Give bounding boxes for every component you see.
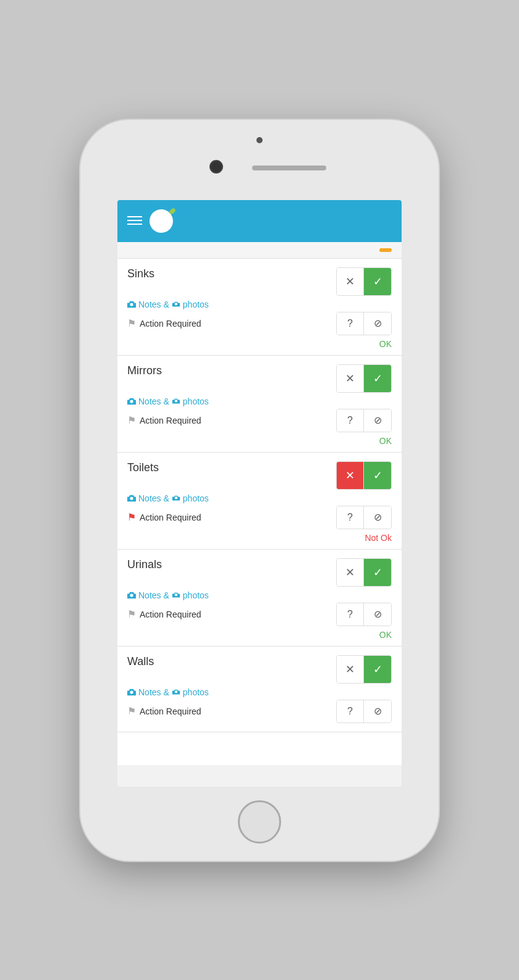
btn-question-mirrors[interactable]: ? [337,409,364,432]
item-header-mirrors: Mirrors ✕ ✓ [127,364,392,393]
status-mirrors: OK [127,435,392,446]
sub-btn-group-urinals: ? ⊘ [336,603,392,626]
action-label-toilets: Action Required [140,513,201,522]
main-btn-group-walls: ✕ ✓ [336,655,392,684]
nav-bar [117,242,402,259]
action-label-mirrors: Action Required [140,416,201,425]
check-item-urinals: Urinals ✕ ✓ Notes & photos ⚑ Action Requ… [117,550,402,647]
checklist: Sinks ✕ ✓ Notes & photos ⚑ Action Requir… [117,259,402,765]
btn-cancel-urinals[interactable]: ⊘ [364,603,391,626]
check-item-walls: Walls ✕ ✓ Notes & photos ⚑ Action Requir… [117,647,402,732]
action-label-walls: Action Required [140,706,201,716]
edit-icon-mirrors [127,397,136,406]
item-name-sinks: Sinks [127,267,154,280]
main-btn-group-urinals: ✕ ✓ [336,558,392,587]
notes-label-sinks: Notes & [138,299,169,309]
flag-icon-mirrors: ⚑ [127,414,136,426]
btn-x-mirrors[interactable]: ✕ [337,365,364,392]
photos-label-sinks: photos [183,299,209,309]
notes-area-urinals[interactable]: Notes & photos [127,590,392,600]
check-item-toilets: Toilets ✕ ✓ Notes & photos ⚑ Action Requ… [117,453,402,550]
notes-area-mirrors[interactable]: Notes & photos [127,396,392,406]
edit-icon-walls [127,688,136,697]
btn-x-toilets[interactable]: ✕ [337,462,364,489]
btn-x-sinks[interactable]: ✕ [337,268,364,295]
item-name-urinals: Urinals [127,558,162,571]
photos-label-walls: photos [183,687,209,697]
notes-label-urinals: Notes & [138,590,169,600]
hamburger-icon [127,216,142,225]
action-left-sinks: ⚑ Action Required [127,317,201,329]
photos-label-urinals: photos [183,590,209,600]
camera-icon-walls [172,688,180,697]
action-left-mirrors: ⚑ Action Required [127,414,201,426]
btn-x-urinals[interactable]: ✕ [337,559,364,586]
camera-icon-mirrors [172,397,180,406]
action-left-toilets: ⚑ Action Required [127,511,201,523]
flag-icon-urinals: ⚑ [127,608,136,620]
btn-x-walls[interactable]: ✕ [337,656,364,683]
btn-check-urinals[interactable]: ✓ [364,559,391,586]
status-sinks: OK [127,338,392,349]
notes-label-toilets: Notes & [138,493,169,503]
btn-question-sinks[interactable]: ? [337,312,364,335]
menu-button[interactable] [127,216,142,226]
action-left-walls: ⚑ Action Required [127,705,201,717]
btn-check-sinks[interactable]: ✓ [364,268,391,295]
status-urinals: OK [127,629,392,640]
notes-area-walls[interactable]: Notes & photos [127,687,392,697]
home-button[interactable] [238,800,281,844]
item-header-walls: Walls ✕ ✓ [127,655,392,684]
action-area-walls: ⚑ Action Required ? ⊘ [127,700,392,723]
main-btn-group-toilets: ✕ ✓ [336,461,392,490]
btn-check-mirrors[interactable]: ✓ [364,365,391,392]
flag-icon-toilets: ⚑ [127,511,136,523]
item-header-urinals: Urinals ✕ ✓ [127,558,392,587]
action-area-sinks: ⚑ Action Required ? ⊘ [127,312,392,335]
screen: Sinks ✕ ✓ Notes & photos ⚑ Action Requir… [117,200,402,787]
btn-cancel-walls[interactable]: ⊘ [364,700,391,722]
photos-label-toilets: photos [183,493,209,503]
btn-check-toilets[interactable]: ✓ [364,462,391,489]
item-name-walls: Walls [127,655,154,668]
btn-question-walls[interactable]: ? [337,700,364,722]
logo-leaf-icon [168,207,177,216]
check-item-mirrors: Mirrors ✕ ✓ Notes & photos ⚑ Action Requ… [117,356,402,453]
main-btn-group-mirrors: ✕ ✓ [336,364,392,393]
btn-cancel-sinks[interactable]: ⊘ [364,312,391,335]
action-area-toilets: ⚑ Action Required ? ⊘ [127,506,392,529]
item-header-toilets: Toilets ✕ ✓ [127,461,392,490]
action-label-urinals: Action Required [140,609,201,619]
item-name-toilets: Toilets [127,461,159,474]
speaker [252,165,326,170]
action-area-urinals: ⚑ Action Required ? ⊘ [127,603,392,626]
sub-btn-group-sinks: ? ⊘ [336,312,392,335]
notes-label-mirrors: Notes & [138,396,169,406]
main-btn-group-sinks: ✕ ✓ [336,267,392,296]
photos-label-mirrors: photos [183,396,209,406]
action-label-sinks: Action Required [140,319,201,329]
action-area-mirrors: ⚑ Action Required ? ⊘ [127,409,392,432]
edit-icon-toilets [127,494,136,503]
phone-frame: Sinks ✕ ✓ Notes & photos ⚑ Action Requir… [80,120,439,861]
item-name-mirrors: Mirrors [127,364,162,377]
sub-btn-group-mirrors: ? ⊘ [336,409,392,432]
notes-area-sinks[interactable]: Notes & photos [127,299,392,309]
btn-question-toilets[interactable]: ? [337,506,364,529]
logo-area [150,209,178,233]
flag-icon-sinks: ⚑ [127,317,136,329]
notes-area-toilets[interactable]: Notes & photos [127,493,392,503]
btn-check-walls[interactable]: ✓ [364,656,391,683]
btn-cancel-mirrors[interactable]: ⊘ [364,409,391,432]
item-header-sinks: Sinks ✕ ✓ [127,267,392,296]
top-sensor [256,137,263,143]
notes-label-walls: Notes & [138,687,169,697]
btn-cancel-toilets[interactable]: ⊘ [364,506,391,529]
flag-icon-walls: ⚑ [127,705,136,717]
camera-icon-sinks [172,300,180,309]
btn-question-urinals[interactable]: ? [337,603,364,626]
logo [150,209,173,233]
camera [209,160,223,174]
camera-icon-urinals [172,591,180,600]
progress-badge [379,248,392,252]
